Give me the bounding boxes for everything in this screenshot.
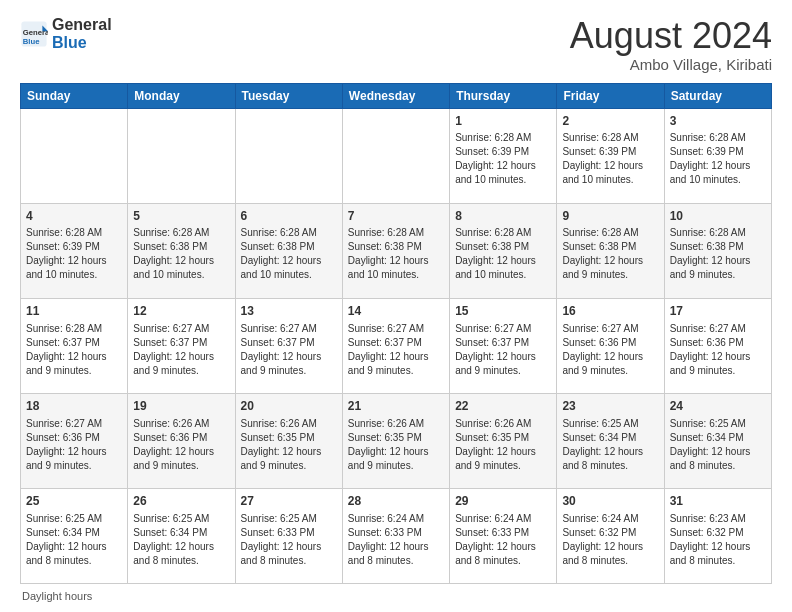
calendar-body: 1Sunrise: 6:28 AMSunset: 6:39 PMDaylight… bbox=[21, 108, 772, 583]
cell-content-line: Daylight: 12 hours and 10 minutes. bbox=[670, 159, 766, 187]
day-number: 6 bbox=[241, 208, 337, 225]
cell-content-line: Daylight: 12 hours and 10 minutes. bbox=[455, 159, 551, 187]
cell-content-line: Sunrise: 6:28 AM bbox=[670, 131, 766, 145]
cell-content-line: Sunset: 6:34 PM bbox=[133, 526, 229, 540]
cell-content-line: Sunrise: 6:26 AM bbox=[241, 417, 337, 431]
logo-icon: General Blue bbox=[20, 20, 48, 48]
day-number: 3 bbox=[670, 113, 766, 130]
cell-content-line: Daylight: 12 hours and 9 minutes. bbox=[241, 445, 337, 473]
cell-content-line: Daylight: 12 hours and 9 minutes. bbox=[348, 445, 444, 473]
header-day-friday: Friday bbox=[557, 83, 664, 108]
day-number: 30 bbox=[562, 493, 658, 510]
cell-content-line: Daylight: 12 hours and 9 minutes. bbox=[241, 350, 337, 378]
cell-content-line: Sunset: 6:33 PM bbox=[241, 526, 337, 540]
header: General Blue General Blue August 2024 Am… bbox=[20, 16, 772, 73]
cell-content-line: Sunset: 6:38 PM bbox=[348, 240, 444, 254]
cell-content-line: Daylight: 12 hours and 9 minutes. bbox=[133, 350, 229, 378]
cell-content-line: Daylight: 12 hours and 10 minutes. bbox=[562, 159, 658, 187]
cell-content-line: Sunset: 6:34 PM bbox=[26, 526, 122, 540]
cell-content-line: Sunset: 6:35 PM bbox=[455, 431, 551, 445]
cell-day-22: 22Sunrise: 6:26 AMSunset: 6:35 PMDayligh… bbox=[450, 393, 557, 488]
day-number: 27 bbox=[241, 493, 337, 510]
cell-content-line: Sunset: 6:35 PM bbox=[241, 431, 337, 445]
cell-content-line: Sunrise: 6:25 AM bbox=[670, 417, 766, 431]
cell-content-line: Daylight: 12 hours and 10 minutes. bbox=[241, 254, 337, 282]
cell-content-line: Daylight: 12 hours and 9 minutes. bbox=[455, 350, 551, 378]
day-number: 26 bbox=[133, 493, 229, 510]
day-number: 28 bbox=[348, 493, 444, 510]
cell-content-line: Sunrise: 6:25 AM bbox=[26, 512, 122, 526]
cell-day-31: 31Sunrise: 6:23 AMSunset: 6:32 PMDayligh… bbox=[664, 488, 771, 583]
cell-content-line: Sunset: 6:39 PM bbox=[26, 240, 122, 254]
cell-content-line: Daylight: 12 hours and 9 minutes. bbox=[26, 350, 122, 378]
cell-content-line: Sunset: 6:36 PM bbox=[26, 431, 122, 445]
calendar-table: SundayMondayTuesdayWednesdayThursdayFrid… bbox=[20, 83, 772, 584]
cell-content-line: Sunset: 6:37 PM bbox=[348, 336, 444, 350]
cell-content-line: Daylight: 12 hours and 8 minutes. bbox=[455, 540, 551, 568]
cell-day-28: 28Sunrise: 6:24 AMSunset: 6:33 PMDayligh… bbox=[342, 488, 449, 583]
cell-content-line: Sunset: 6:39 PM bbox=[455, 145, 551, 159]
calendar-title: August 2024 bbox=[570, 16, 772, 56]
cell-content-line: Daylight: 12 hours and 9 minutes. bbox=[562, 350, 658, 378]
cell-day-13: 13Sunrise: 6:27 AMSunset: 6:37 PMDayligh… bbox=[235, 298, 342, 393]
title-block: August 2024 Ambo Village, Kiribati bbox=[570, 16, 772, 73]
cell-content-line: Daylight: 12 hours and 9 minutes. bbox=[348, 350, 444, 378]
day-number: 11 bbox=[26, 303, 122, 320]
cell-content-line: Sunset: 6:39 PM bbox=[562, 145, 658, 159]
cell-day-24: 24Sunrise: 6:25 AMSunset: 6:34 PMDayligh… bbox=[664, 393, 771, 488]
cell-content-line: Sunset: 6:34 PM bbox=[670, 431, 766, 445]
cell-content-line: Sunset: 6:38 PM bbox=[562, 240, 658, 254]
day-number: 5 bbox=[133, 208, 229, 225]
cell-content-line: Sunset: 6:34 PM bbox=[562, 431, 658, 445]
cell-content-line: Sunrise: 6:28 AM bbox=[455, 131, 551, 145]
cell-day-12: 12Sunrise: 6:27 AMSunset: 6:37 PMDayligh… bbox=[128, 298, 235, 393]
cell-content-line: Sunset: 6:38 PM bbox=[133, 240, 229, 254]
header-day-sunday: Sunday bbox=[21, 83, 128, 108]
day-number: 20 bbox=[241, 398, 337, 415]
header-day-monday: Monday bbox=[128, 83, 235, 108]
cell-content-line: Sunrise: 6:25 AM bbox=[562, 417, 658, 431]
cell-content-line: Sunset: 6:33 PM bbox=[455, 526, 551, 540]
cell-day-6: 6Sunrise: 6:28 AMSunset: 6:38 PMDaylight… bbox=[235, 203, 342, 298]
day-number: 31 bbox=[670, 493, 766, 510]
cell-content-line: Sunrise: 6:27 AM bbox=[455, 322, 551, 336]
cell-content-line: Daylight: 12 hours and 10 minutes. bbox=[348, 254, 444, 282]
page: General Blue General Blue August 2024 Am… bbox=[0, 0, 792, 612]
cell-content-line: Sunrise: 6:26 AM bbox=[348, 417, 444, 431]
cell-content-line: Sunrise: 6:27 AM bbox=[348, 322, 444, 336]
day-number: 18 bbox=[26, 398, 122, 415]
day-number: 25 bbox=[26, 493, 122, 510]
logo-text-blue: Blue bbox=[52, 34, 112, 52]
day-number: 21 bbox=[348, 398, 444, 415]
day-number: 10 bbox=[670, 208, 766, 225]
cell-content-line: Sunrise: 6:25 AM bbox=[241, 512, 337, 526]
cell-content-line: Sunset: 6:32 PM bbox=[562, 526, 658, 540]
day-number: 2 bbox=[562, 113, 658, 130]
calendar-header: SundayMondayTuesdayWednesdayThursdayFrid… bbox=[21, 83, 772, 108]
cell-content-line: Sunrise: 6:28 AM bbox=[670, 226, 766, 240]
cell-content-line: Sunrise: 6:27 AM bbox=[26, 417, 122, 431]
header-day-wednesday: Wednesday bbox=[342, 83, 449, 108]
cell-content-line: Sunset: 6:39 PM bbox=[670, 145, 766, 159]
day-number: 22 bbox=[455, 398, 551, 415]
cell-day-15: 15Sunrise: 6:27 AMSunset: 6:37 PMDayligh… bbox=[450, 298, 557, 393]
cell-content-line: Sunrise: 6:28 AM bbox=[241, 226, 337, 240]
cell-content-line: Sunrise: 6:28 AM bbox=[26, 322, 122, 336]
cell-day-30: 30Sunrise: 6:24 AMSunset: 6:32 PMDayligh… bbox=[557, 488, 664, 583]
day-number: 19 bbox=[133, 398, 229, 415]
cell-day-5: 5Sunrise: 6:28 AMSunset: 6:38 PMDaylight… bbox=[128, 203, 235, 298]
cell-day-18: 18Sunrise: 6:27 AMSunset: 6:36 PMDayligh… bbox=[21, 393, 128, 488]
cell-content-line: Daylight: 12 hours and 8 minutes. bbox=[133, 540, 229, 568]
cell-day-10: 10Sunrise: 6:28 AMSunset: 6:38 PMDayligh… bbox=[664, 203, 771, 298]
cell-content-line: Sunrise: 6:28 AM bbox=[133, 226, 229, 240]
day-number: 9 bbox=[562, 208, 658, 225]
day-number: 8 bbox=[455, 208, 551, 225]
cell-content-line: Daylight: 12 hours and 8 minutes. bbox=[670, 445, 766, 473]
cell-content-line: Sunrise: 6:28 AM bbox=[562, 131, 658, 145]
cell-day-4: 4Sunrise: 6:28 AMSunset: 6:39 PMDaylight… bbox=[21, 203, 128, 298]
cell-day-7: 7Sunrise: 6:28 AMSunset: 6:38 PMDaylight… bbox=[342, 203, 449, 298]
cell-content-line: Daylight: 12 hours and 8 minutes. bbox=[26, 540, 122, 568]
week-row-2: 4Sunrise: 6:28 AMSunset: 6:39 PMDaylight… bbox=[21, 203, 772, 298]
cell-content-line: Sunset: 6:38 PM bbox=[455, 240, 551, 254]
cell-day-21: 21Sunrise: 6:26 AMSunset: 6:35 PMDayligh… bbox=[342, 393, 449, 488]
